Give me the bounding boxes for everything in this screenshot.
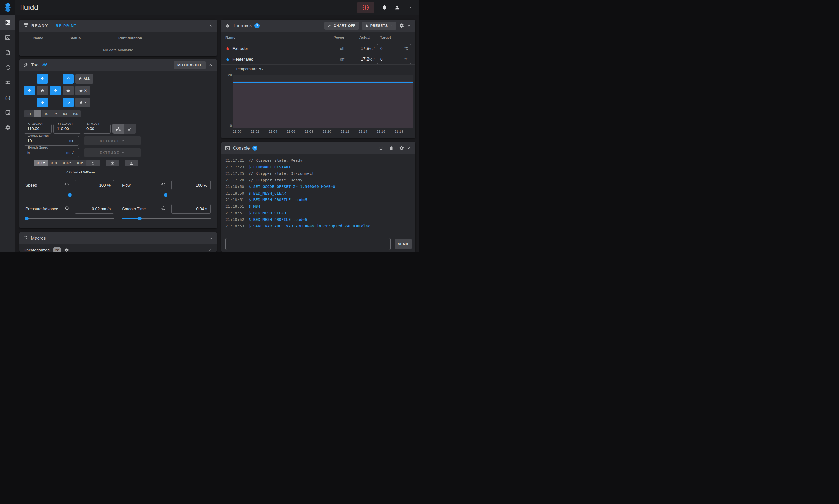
user-button[interactable] [392,2,403,13]
heater-power: off [327,46,346,51]
extrude-length-field[interactable]: Extrude Length 10 mm [24,136,79,146]
send-button[interactable]: SEND [395,239,412,249]
z-offset-save-button[interactable] [125,160,138,166]
settings-gear-icon [5,125,11,130]
sidebar-item-tune[interactable] [0,75,15,90]
jog-y-minus-button[interactable] [37,97,48,107]
sidebar-item-history[interactable] [0,60,15,75]
smooth-time-value-box[interactable]: 0.04 s [171,204,211,214]
vector-line-icon [128,126,133,131]
reset-icon[interactable] [161,206,166,211]
sidebar-item-dashboard[interactable] [0,15,15,30]
step-button-0.05[interactable]: 0.05 [74,160,86,166]
notifications-button[interactable] [379,2,390,13]
console-settings-gear-icon[interactable] [399,146,404,151]
chart-off-button[interactable]: CHART OFF [325,22,359,30]
home-z-button[interactable] [63,86,73,95]
relative-position-toggle[interactable] [124,124,136,133]
jog-z-minus-button[interactable] [63,97,73,107]
help-icon[interactable]: ? [254,23,259,28]
sidebar-item-settings[interactable] [0,120,15,135]
help-icon[interactable]: ? [252,146,257,151]
presets-button[interactable]: PRESETS [361,22,396,30]
collapse-chevron-icon[interactable] [407,146,412,151]
console-command-input[interactable] [225,238,391,250]
home-y-button[interactable]: Y [75,97,90,107]
sidebar-item-jobs[interactable] [0,45,15,60]
slider-thumb[interactable] [164,193,168,197]
collapse-chevron-icon[interactable] [208,63,213,68]
emergency-stop-button[interactable] [357,2,374,13]
flow-value-box[interactable]: 100 % [171,180,211,190]
home-xy-button[interactable] [37,86,48,95]
macro-category-name: Uncategorized [23,248,50,252]
collapse-chevron-icon[interactable] [208,23,213,28]
step-button-0.1[interactable]: 0.1 [24,110,34,117]
collapse-chevron-icon[interactable] [407,23,412,28]
extruder-target-input[interactable] [380,44,394,53]
step-button-100[interactable]: 100 [70,110,81,117]
sidebar-item-system[interactable] [0,105,15,120]
collapse-chevron-icon[interactable] [208,236,213,241]
jog-y-plus-button[interactable] [37,74,48,84]
arrow-up-from-bar-icon [91,161,95,165]
reset-icon[interactable] [64,206,69,211]
step-button-0.025[interactable]: 0.025 [61,160,74,166]
jog-x-minus-button[interactable] [24,86,35,95]
step-button-0.01[interactable]: 0.01 [48,160,60,166]
temperature-chart[interactable] [233,75,413,128]
jog-x-plus-button[interactable] [50,86,61,95]
home-all-button[interactable]: ALL [75,74,93,84]
category-settings-gear-icon[interactable] [65,248,69,252]
speed-slider[interactable] [25,193,114,197]
thermals-settings-gear-icon[interactable] [399,23,404,28]
fullscreen-icon[interactable] [378,146,383,151]
smooth-time-value: 0.04 s [196,204,207,213]
absolute-position-toggle[interactable] [113,124,124,133]
fluidd-logo[interactable] [0,0,15,15]
sidebar-item-console[interactable] [0,30,15,45]
app-menu-button[interactable] [405,2,416,13]
heater-name[interactable]: Heater Bed [233,57,253,62]
collapse-chevron-icon[interactable] [208,248,212,252]
trash-icon[interactable] [389,146,394,151]
chart-gridline [273,75,273,128]
step-button-50[interactable]: 50 [61,110,70,117]
console-log[interactable]: 21:17:21// Klipper state: Ready21:17:23$… [225,157,411,230]
slider-thumb[interactable] [138,217,142,220]
pressure-advance-slider[interactable] [25,217,114,220]
bed-target-input[interactable] [380,55,394,64]
sidebar-item-macros[interactable]: {...} [0,90,15,105]
col-name: Name [33,36,69,40]
smooth-time-slider[interactable] [122,217,211,220]
step-button-1[interactable]: 1 [34,110,41,117]
fire-icon [225,57,230,61]
extrude-button[interactable]: EXTRUDE [84,148,141,157]
console-line: 21:17:23$ FIRMWARE_RESTART [225,164,411,170]
heater-name[interactable]: Extruder [233,46,248,51]
reset-icon[interactable] [64,182,69,187]
reprint-button[interactable]: RE-PRINT [56,23,77,28]
position-y-field[interactable]: Y [ 110.00 ] 110.00 [53,124,81,133]
speed-value-box[interactable]: 100 % [74,180,114,190]
position-x-field[interactable]: X [ 110.00 ] 110.00 [24,124,52,133]
z-offset-up-button[interactable] [86,160,100,166]
step-button-0.005[interactable]: 0.005 [34,160,48,166]
pressure-advance-value-box[interactable]: 0.02 mm/s [74,204,114,214]
retract-button[interactable]: RETRACT [84,136,141,145]
macro-category-row[interactable]: Uncategorized 22 [19,245,217,252]
home-x-button[interactable]: X [75,86,90,95]
extrude-speed-field[interactable]: Extrude Speed 5 mm/s [24,148,79,157]
home-all-label: ALL [84,77,90,81]
jog-z-plus-button[interactable] [63,74,73,84]
z-offset-down-button[interactable] [106,160,119,166]
slider-thumb[interactable] [25,217,29,220]
step-button-10[interactable]: 10 [41,110,51,117]
slider-thumb[interactable] [68,193,72,197]
tune-sliders-icon [5,79,11,86]
motors-off-button[interactable]: MOTORS OFF [174,61,206,69]
reset-icon[interactable] [161,182,166,187]
position-z-field[interactable]: Z [ 0.00 ] 0.00 [83,124,110,133]
step-button-25[interactable]: 25 [51,110,61,117]
flow-slider[interactable] [122,193,211,197]
